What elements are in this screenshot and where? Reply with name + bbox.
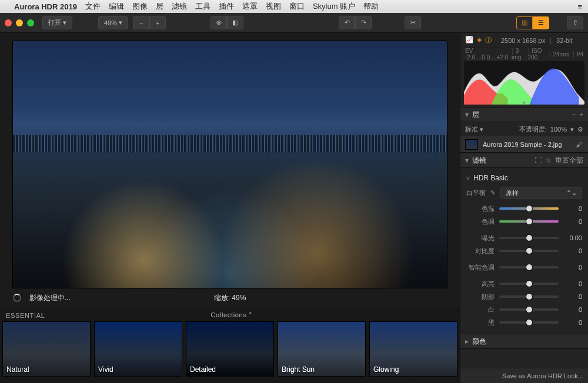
layer-row[interactable]: Aurora 2019 Sample - 2.jpg 🖌 [460, 136, 588, 153]
menu-filter[interactable]: 滤镜 [172, 1, 187, 12]
histogram[interactable]: ▾ [464, 61, 584, 105]
preset-bright-sun[interactable]: Bright Sun [278, 321, 366, 377]
remove-layer-button[interactable]: − [572, 110, 576, 119]
slider-knob[interactable] [526, 264, 532, 270]
menu-file[interactable]: 文件 [85, 1, 101, 12]
zoom-in-button[interactable]: + [149, 16, 166, 29]
close-window-button[interactable] [5, 19, 12, 26]
histogram-icon[interactable]: 📈 [465, 36, 473, 45]
slider-knob[interactable] [526, 294, 532, 300]
menu-plugins[interactable]: 插件 [219, 1, 234, 12]
menu-view[interactable]: 视图 [266, 1, 281, 12]
preset-glowing[interactable]: Glowing [369, 321, 457, 377]
transform-icon[interactable]: ⛶ [534, 156, 542, 164]
layer-thumbnail [465, 139, 478, 150]
zoom-window-button[interactable] [27, 19, 34, 26]
chevron-down-icon[interactable]: ▾ [523, 99, 526, 105]
white-balance-select[interactable]: 原样 ⌃⌄ [500, 187, 582, 199]
blend-mode-dropdown[interactable]: 标准 ▾ [465, 125, 483, 134]
filters-panel-button[interactable]: ☰ [533, 16, 549, 29]
open-button[interactable]: 打开 ▾ [42, 16, 72, 29]
eye-icon: 👁 [216, 19, 222, 26]
slider-knob[interactable] [526, 248, 532, 254]
preset-vivid[interactable]: Vivid [94, 321, 182, 377]
filter-color-header[interactable]: ▸ 颜色 [460, 334, 588, 349]
layers-title: 层 [472, 110, 479, 120]
export-button[interactable]: ⇧ [567, 16, 583, 29]
progress-spinner-icon [13, 294, 21, 302]
slider-knob[interactable] [526, 320, 532, 325]
slider-value[interactable]: 0 [563, 319, 582, 326]
slider-value[interactable]: 0 [563, 280, 582, 287]
slider-label: 对比度 [466, 247, 495, 256]
slider-value[interactable]: 0 [563, 264, 582, 271]
slider-label: 色调 [466, 217, 495, 226]
slider-knob[interactable] [526, 219, 532, 224]
filter-color-title: 颜色 [472, 337, 486, 347]
menu-window[interactable]: 窗口 [289, 1, 305, 12]
collapse-filters-icon[interactable]: ▾ [465, 156, 469, 164]
slider-阴影: 阴影 0 [460, 290, 588, 303]
zoom-out-button[interactable]: − [133, 16, 149, 29]
slider-色温: 色温 0 [460, 202, 588, 215]
opacity-chevron-icon[interactable]: ▾ [570, 126, 574, 133]
compare-button[interactable]: ◧ [227, 16, 243, 29]
slider-knob[interactable] [526, 281, 532, 287]
slider-knob[interactable] [526, 206, 532, 211]
menu-edit[interactable]: 编辑 [109, 1, 124, 12]
preset-category-label: ESSENTIAL [6, 312, 45, 319]
undo-button[interactable]: ↶ [339, 16, 355, 29]
slider-track[interactable] [499, 321, 559, 324]
save-as-look-button[interactable]: Save as Aurora HDR Look... [460, 368, 588, 383]
reset-all-button[interactable]: 重置全部 [555, 156, 583, 166]
presets-panel-button[interactable]: ▥ [516, 16, 533, 29]
preset-natural[interactable]: Natural [2, 321, 91, 377]
redo-button[interactable]: ↷ [355, 16, 372, 29]
slider-track[interactable] [499, 308, 559, 311]
minimize-window-button[interactable] [16, 19, 23, 26]
layers-header: ▾ 层 − + [460, 107, 588, 122]
slider-track[interactable] [499, 220, 559, 223]
zoom-level-dropdown[interactable]: 49% ▾ [98, 16, 128, 29]
slider-track[interactable] [499, 237, 559, 239]
expand-group-icon: ▸ [465, 337, 469, 345]
opacity-value[interactable]: 100% [550, 126, 567, 133]
crop-button[interactable]: ✂ [405, 16, 421, 29]
preset-detailed[interactable]: Detailed [186, 321, 274, 377]
slider-value[interactable]: 0 [563, 218, 582, 225]
app-name[interactable]: Aurora HDR 2019 [14, 2, 77, 11]
collapse-layers-icon[interactable]: ▾ [465, 110, 469, 119]
layers-icon[interactable]: ◈ [477, 36, 482, 45]
info-icon[interactable]: ⓘ [485, 36, 492, 45]
menu-account[interactable]: Skylum 账户 [313, 1, 355, 12]
menu-tools[interactable]: 工具 [195, 1, 211, 12]
menubar-extra-icon[interactable]: ≡ [577, 2, 582, 11]
slider-knob[interactable] [526, 307, 532, 313]
star-icon[interactable]: ☆ [545, 156, 552, 164]
layer-settings-icon[interactable]: ⚙ [577, 126, 583, 133]
slider-value[interactable]: 0 [563, 293, 582, 300]
menu-mask[interactable]: 遮罩 [242, 1, 258, 12]
slider-track[interactable] [499, 283, 559, 285]
menu-layer[interactable]: 层 [156, 1, 163, 12]
slider-value[interactable]: 0.00 [563, 234, 582, 241]
preview-toggle-button[interactable]: 👁 [211, 16, 227, 29]
slider-track[interactable] [499, 295, 559, 298]
collapse-group-icon[interactable]: ▿ [466, 174, 470, 182]
slider-value[interactable]: 0 [563, 247, 582, 254]
mask-brush-icon[interactable]: 🖌 [574, 141, 583, 148]
slider-对比度: 对比度 0 [460, 244, 588, 257]
menu-help[interactable]: 帮助 [363, 1, 379, 12]
slider-track[interactable] [499, 266, 559, 268]
eyedropper-icon[interactable]: ✎ [490, 189, 496, 197]
image-viewport[interactable] [13, 41, 447, 288]
add-layer-button[interactable]: + [579, 110, 583, 119]
collections-dropdown[interactable]: Collections ˄ [45, 311, 419, 319]
slider-knob[interactable] [526, 235, 532, 241]
slider-value[interactable]: 0 [563, 306, 582, 313]
slider-track[interactable] [499, 250, 559, 252]
slider-track[interactable] [499, 207, 559, 210]
menu-image[interactable]: 图像 [132, 1, 148, 12]
iso-value: ISO 200 [528, 48, 546, 61]
slider-value[interactable]: 0 [563, 205, 582, 212]
